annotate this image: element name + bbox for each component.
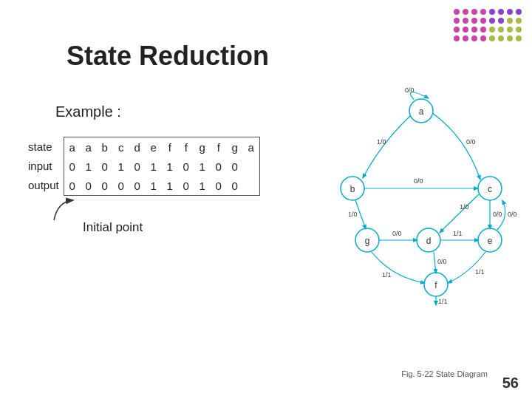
table-cell: 1 [113,157,129,176]
decorative-dot [471,18,477,24]
table-cell: f [178,137,194,157]
page-number: 56 [502,375,519,392]
decorative-dot [498,9,504,15]
state-table: state input output aabcdeffgfga 01010110… [28,137,260,196]
svg-text:1/0: 1/0 [377,138,386,146]
initial-point-arrow [50,194,95,224]
row-label-state: state [28,137,59,156]
svg-text:0/0: 0/0 [508,211,517,218]
table-cell: a [243,137,259,157]
decorative-dot [516,18,522,24]
table-cell: 0 [178,157,194,176]
svg-text:0/0: 0/0 [437,258,447,265]
svg-text:e: e [488,236,493,246]
svg-text:0/0: 0/0 [392,230,402,237]
svg-text:1/1: 1/1 [453,230,463,237]
decorative-dot [454,27,460,33]
table-cell: 0 [64,157,81,176]
decorative-dot [480,9,486,15]
decorative-dot [471,9,477,15]
table-cell: 0 [211,157,227,176]
decorative-dot [480,18,486,24]
decorative-dot [498,27,504,33]
table-cell: 0 [211,176,227,195]
table-cell: f [162,137,178,157]
state-diagram: a b c g d e f 0/0 0/0 1/0 0/0 [321,85,521,314]
table-cell: 1 [194,157,211,176]
decorative-dot [516,9,522,15]
table-cell: g [194,137,211,157]
decorative-dot [489,18,495,24]
decorative-dot [471,35,477,41]
svg-text:0/0: 0/0 [493,211,502,218]
decorative-dot [480,35,486,41]
decorative-dot [516,27,522,33]
decorative-dot [480,27,486,33]
table-cell: 0 [97,157,113,176]
table-cell: e [146,137,162,157]
svg-text:0/0: 0/0 [414,177,423,185]
svg-text:d: d [426,236,432,246]
decorative-dot [463,9,468,15]
svg-text:0/0: 0/0 [405,86,415,94]
decorative-dot [507,27,513,33]
svg-text:1/1: 1/1 [475,268,485,276]
table-cell: 0 [227,157,243,176]
table-row-header: aabcdeffgfga [64,137,259,157]
table-cell: 0 [113,176,129,195]
decorative-dot [463,35,468,41]
table-cell: b [97,137,113,157]
decorative-dot [463,27,468,33]
table-cell: 1 [146,176,162,195]
table-cell: a [81,137,97,157]
table-cell: 0 [129,157,146,176]
decorative-dot [498,18,504,24]
table-row-input: 01010110100 [64,157,259,176]
table-cell: 0 [64,176,81,195]
svg-text:g: g [365,236,370,246]
row-label-output: output [28,175,59,194]
table-cell: a [64,137,81,157]
table-cell: 1 [146,157,162,176]
page-title: State Reduction [66,41,269,72]
table-cell: 0 [178,176,194,195]
svg-text:0/0: 0/0 [466,138,476,146]
table-cell: f [211,137,227,157]
table-cell: 0 [81,176,97,195]
decorative-dot [489,35,495,41]
table-cell: 1 [81,157,97,176]
table-cell: 1 [162,157,178,176]
table-cell: d [129,137,146,157]
decorative-dot [454,35,460,41]
decorative-dot [454,9,460,15]
decorative-dot [507,18,513,24]
table-cell: c [113,137,129,157]
initial-point-label: Initial point [83,220,143,235]
table-cell: 0 [97,176,113,195]
example-label: Example : [55,103,121,120]
table-cell: 1 [162,176,178,195]
table-row-output: 00000110100 [64,176,259,195]
decorative-dot [498,35,504,41]
decorative-dots [454,9,523,43]
decorative-dot [463,18,468,24]
row-label-input: input [28,156,59,175]
svg-text:1/1: 1/1 [438,298,448,305]
svg-text:1/1: 1/1 [382,271,392,279]
decorative-dot [507,9,513,15]
decorative-dot [471,27,477,33]
table-cell: g [227,137,243,157]
table-cell: 0 [227,176,243,195]
row-labels: state input output [28,137,59,194]
decorative-dot [489,9,495,15]
decorative-dot [516,35,522,41]
svg-text:1/0: 1/0 [460,203,469,211]
svg-text:b: b [350,184,355,194]
table-cell: 0 [129,176,146,195]
svg-text:a: a [419,106,424,117]
decorative-dot [454,18,460,24]
table-box: aabcdeffgfga 01010110100 00000110100 [64,137,260,196]
table-cell: 1 [194,176,211,195]
svg-text:c: c [488,184,492,194]
svg-text:1/0: 1/0 [348,211,358,218]
